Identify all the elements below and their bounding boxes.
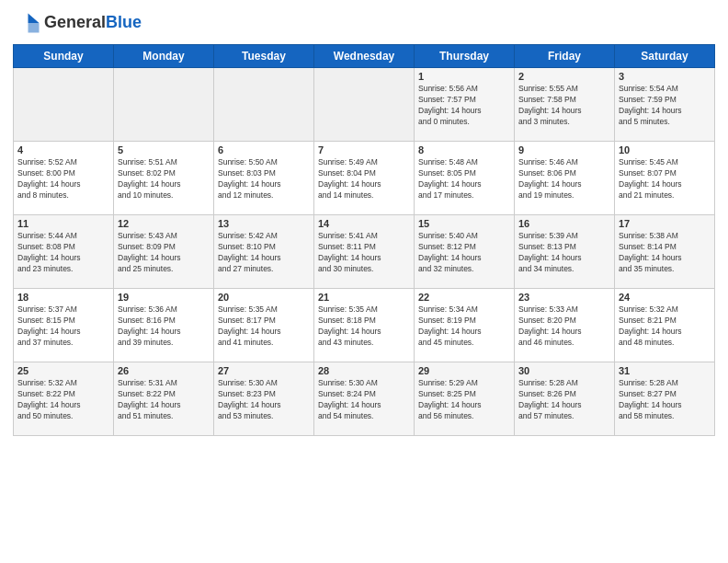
day-info: Sunrise: 5:49 AM Sunset: 8:04 PM Dayligh… [318, 157, 410, 201]
day-info: Sunrise: 5:29 AM Sunset: 8:25 PM Dayligh… [418, 378, 510, 422]
day-number: 23 [518, 292, 610, 303]
calendar-cell: 31Sunrise: 5:28 AM Sunset: 8:27 PM Dayli… [615, 362, 715, 436]
day-number: 17 [619, 218, 711, 229]
calendar-cell: 17Sunrise: 5:38 AM Sunset: 8:14 PM Dayli… [615, 215, 715, 289]
day-number: 2 [518, 71, 610, 82]
calendar-cell: 25Sunrise: 5:32 AM Sunset: 8:22 PM Dayli… [14, 362, 114, 436]
day-info: Sunrise: 5:30 AM Sunset: 8:24 PM Dayligh… [318, 378, 410, 422]
day-number: 27 [218, 365, 310, 376]
day-info: Sunrise: 5:37 AM Sunset: 8:15 PM Dayligh… [17, 304, 109, 349]
calendar-cell [314, 68, 415, 142]
logo-text: GeneralBlue [44, 14, 142, 32]
calendar-cell: 8Sunrise: 5:48 AM Sunset: 8:05 PM Daylig… [415, 142, 515, 215]
logo: GeneralBlue [13, 9, 142, 37]
calendar-cell: 29Sunrise: 5:29 AM Sunset: 8:25 PM Dayli… [415, 362, 515, 436]
day-number: 1 [418, 71, 510, 82]
day-info: Sunrise: 5:38 AM Sunset: 8:14 PM Dayligh… [619, 231, 711, 275]
day-header-wednesday: Wednesday [314, 45, 415, 68]
day-number: 25 [17, 365, 109, 376]
calendar-cell: 21Sunrise: 5:35 AM Sunset: 8:18 PM Dayli… [314, 289, 415, 362]
day-number: 5 [118, 144, 210, 155]
calendar-cell: 15Sunrise: 5:40 AM Sunset: 8:12 PM Dayli… [415, 215, 515, 289]
calendar-cell: 27Sunrise: 5:30 AM Sunset: 8:23 PM Dayli… [214, 362, 314, 436]
svg-marker-0 [28, 14, 40, 24]
calendar-week-4: 18Sunrise: 5:37 AM Sunset: 8:15 PM Dayli… [14, 289, 715, 362]
day-number: 14 [318, 218, 410, 229]
calendar-cell: 7Sunrise: 5:49 AM Sunset: 8:04 PM Daylig… [314, 142, 415, 215]
day-info: Sunrise: 5:28 AM Sunset: 8:27 PM Dayligh… [619, 378, 711, 422]
calendar-cell: 16Sunrise: 5:39 AM Sunset: 8:13 PM Dayli… [515, 215, 615, 289]
day-info: Sunrise: 5:48 AM Sunset: 8:05 PM Dayligh… [418, 157, 510, 201]
calendar-cell: 9Sunrise: 5:46 AM Sunset: 8:06 PM Daylig… [515, 142, 615, 215]
day-number: 16 [518, 218, 610, 229]
calendar-cell: 24Sunrise: 5:32 AM Sunset: 8:21 PM Dayli… [615, 289, 715, 362]
day-number: 6 [218, 144, 310, 155]
day-number: 29 [418, 365, 510, 376]
day-number: 8 [418, 144, 510, 155]
day-info: Sunrise: 5:52 AM Sunset: 8:00 PM Dayligh… [17, 157, 109, 201]
calendar-cell: 2Sunrise: 5:55 AM Sunset: 7:58 PM Daylig… [515, 68, 615, 142]
day-info: Sunrise: 5:45 AM Sunset: 8:07 PM Dayligh… [619, 157, 711, 201]
day-info: Sunrise: 5:28 AM Sunset: 8:26 PM Dayligh… [518, 378, 610, 422]
calendar-cell: 5Sunrise: 5:51 AM Sunset: 8:02 PM Daylig… [114, 142, 214, 215]
calendar-cell: 12Sunrise: 5:43 AM Sunset: 8:09 PM Dayli… [114, 215, 214, 289]
day-header-thursday: Thursday [415, 45, 515, 68]
day-number: 3 [619, 71, 711, 82]
day-info: Sunrise: 5:46 AM Sunset: 8:06 PM Dayligh… [518, 157, 610, 201]
day-header-tuesday: Tuesday [214, 45, 314, 68]
page-header: GeneralBlue [13, 9, 715, 37]
calendar-cell: 3Sunrise: 5:54 AM Sunset: 7:59 PM Daylig… [615, 68, 715, 142]
day-number: 9 [518, 144, 610, 155]
day-info: Sunrise: 5:40 AM Sunset: 8:12 PM Dayligh… [418, 231, 510, 275]
calendar-week-2: 4Sunrise: 5:52 AM Sunset: 8:00 PM Daylig… [14, 142, 715, 215]
svg-marker-1 [28, 23, 40, 33]
day-number: 28 [318, 365, 410, 376]
day-number: 31 [619, 365, 711, 376]
day-number: 24 [619, 292, 711, 303]
day-number: 7 [318, 144, 410, 155]
calendar-cell: 23Sunrise: 5:33 AM Sunset: 8:20 PM Dayli… [515, 289, 615, 362]
day-header-friday: Friday [515, 45, 615, 68]
day-info: Sunrise: 5:44 AM Sunset: 8:08 PM Dayligh… [17, 231, 109, 275]
day-info: Sunrise: 5:35 AM Sunset: 8:18 PM Dayligh… [318, 304, 410, 349]
calendar-cell: 30Sunrise: 5:28 AM Sunset: 8:26 PM Dayli… [515, 362, 615, 436]
calendar-week-5: 25Sunrise: 5:32 AM Sunset: 8:22 PM Dayli… [14, 362, 715, 436]
calendar-cell: 19Sunrise: 5:36 AM Sunset: 8:16 PM Dayli… [114, 289, 214, 362]
calendar-cell [14, 68, 114, 142]
day-info: Sunrise: 5:33 AM Sunset: 8:20 PM Dayligh… [518, 304, 610, 349]
calendar-week-1: 1Sunrise: 5:56 AM Sunset: 7:57 PM Daylig… [14, 68, 715, 142]
day-number: 26 [118, 365, 210, 376]
calendar-cell: 10Sunrise: 5:45 AM Sunset: 8:07 PM Dayli… [615, 142, 715, 215]
calendar-cell: 18Sunrise: 5:37 AM Sunset: 8:15 PM Dayli… [14, 289, 114, 362]
logo-icon [13, 9, 40, 37]
day-number: 18 [17, 292, 109, 303]
day-info: Sunrise: 5:34 AM Sunset: 8:19 PM Dayligh… [418, 304, 510, 349]
day-info: Sunrise: 5:42 AM Sunset: 8:10 PM Dayligh… [218, 231, 310, 275]
day-info: Sunrise: 5:36 AM Sunset: 8:16 PM Dayligh… [118, 304, 210, 349]
day-number: 20 [218, 292, 310, 303]
day-info: Sunrise: 5:54 AM Sunset: 7:59 PM Dayligh… [619, 84, 711, 128]
calendar-cell: 26Sunrise: 5:31 AM Sunset: 8:22 PM Dayli… [114, 362, 214, 436]
calendar-cell: 11Sunrise: 5:44 AM Sunset: 8:08 PM Dayli… [14, 215, 114, 289]
calendar-cell: 1Sunrise: 5:56 AM Sunset: 7:57 PM Daylig… [415, 68, 515, 142]
day-number: 22 [418, 292, 510, 303]
calendar-cell: 13Sunrise: 5:42 AM Sunset: 8:10 PM Dayli… [214, 215, 314, 289]
calendar-week-3: 11Sunrise: 5:44 AM Sunset: 8:08 PM Dayli… [14, 215, 715, 289]
day-info: Sunrise: 5:30 AM Sunset: 8:23 PM Dayligh… [218, 378, 310, 422]
day-info: Sunrise: 5:39 AM Sunset: 8:13 PM Dayligh… [518, 231, 610, 275]
calendar-table: SundayMondayTuesdayWednesdayThursdayFrid… [13, 44, 715, 436]
calendar-cell: 4Sunrise: 5:52 AM Sunset: 8:00 PM Daylig… [14, 142, 114, 215]
day-header-monday: Monday [114, 45, 214, 68]
calendar-cell: 20Sunrise: 5:35 AM Sunset: 8:17 PM Dayli… [214, 289, 314, 362]
day-number: 19 [118, 292, 210, 303]
calendar-cell: 6Sunrise: 5:50 AM Sunset: 8:03 PM Daylig… [214, 142, 314, 215]
day-header-sunday: Sunday [14, 45, 114, 68]
calendar-cell [114, 68, 214, 142]
calendar-cell [214, 68, 314, 142]
day-info: Sunrise: 5:31 AM Sunset: 8:22 PM Dayligh… [118, 378, 210, 422]
day-info: Sunrise: 5:32 AM Sunset: 8:21 PM Dayligh… [619, 304, 711, 349]
day-info: Sunrise: 5:35 AM Sunset: 8:17 PM Dayligh… [218, 304, 310, 349]
day-number: 21 [318, 292, 410, 303]
day-info: Sunrise: 5:51 AM Sunset: 8:02 PM Dayligh… [118, 157, 210, 201]
day-number: 11 [17, 218, 109, 229]
